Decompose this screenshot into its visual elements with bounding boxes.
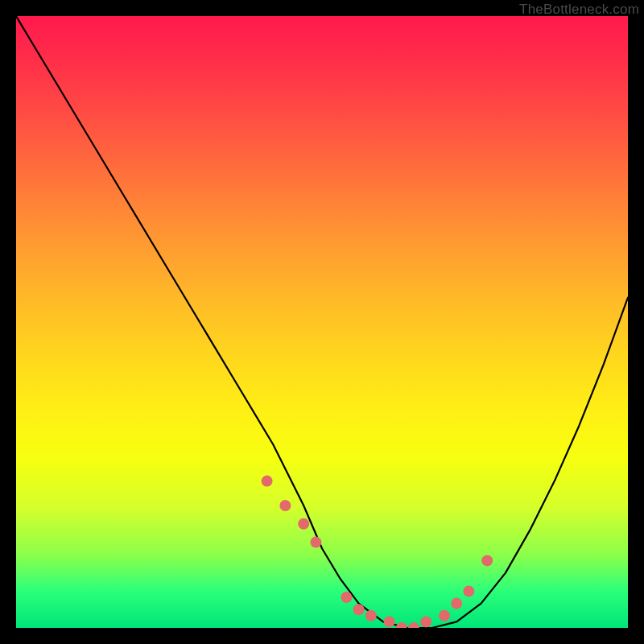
watermark-text: TheBottleneck.com [519, 2, 639, 18]
highlight-dot [481, 555, 493, 566]
highlight-dot [310, 537, 321, 548]
highlight-dot [341, 592, 352, 603]
highlight-dot [298, 518, 309, 530]
highlight-dot [451, 598, 462, 609]
highlight-dot [384, 616, 395, 627]
curve-svg [16, 16, 628, 628]
highlight-dot [262, 476, 273, 487]
highlight-dot [439, 610, 450, 621]
highlight-dot [279, 500, 291, 511]
highlight-dots [262, 476, 493, 628]
plot-area [16, 16, 628, 628]
chart-stage: TheBottleneck.com [0, 0, 644, 644]
highlight-dot [353, 604, 365, 615]
highlight-dot [420, 616, 431, 627]
highlight-dot [365, 610, 377, 621]
highlight-dot [396, 622, 407, 628]
bottleneck-curve [16, 16, 628, 628]
highlight-dot [463, 585, 474, 597]
highlight-dot [408, 622, 419, 628]
